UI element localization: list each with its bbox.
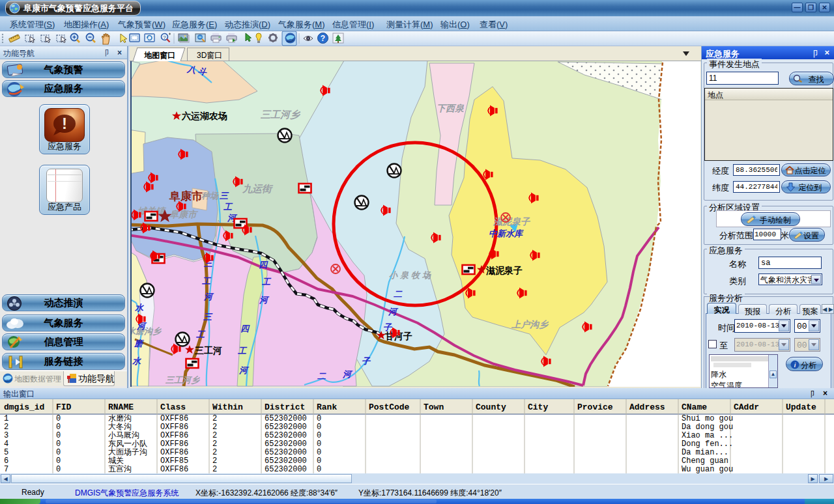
svg-text:水: 水 (132, 356, 141, 366)
svg-text:四: 四 (240, 324, 250, 333)
svg-text:大面场子沟: 大面场子沟 (108, 447, 147, 456)
svg-text:六运湖农场: 六运湖农场 (181, 111, 227, 121)
svg-text:?: ? (321, 34, 325, 43)
svg-text:工: 工 (201, 276, 212, 286)
svg-text:水磨沟: 水磨沟 (108, 413, 132, 423)
svg-text:Cheng guan: Cheng guan (682, 456, 728, 466)
svg-text:阜康市: 阜康市 (169, 209, 199, 219)
svg-text:滋泥泉子: 滋泥泉子 (485, 265, 523, 275)
svg-text:652302000: 652302000 (265, 456, 307, 466)
svg-text:2: 2 (212, 448, 217, 457)
svg-text:0: 0 (317, 456, 321, 466)
svg-text:上户沟乡: 上户沟乡 (511, 319, 549, 329)
svg-text:0: 0 (317, 423, 321, 432)
svg-text:0: 0 (317, 431, 321, 440)
svg-text:三工河乡: 三工河乡 (165, 375, 201, 385)
svg-text:东风一小队: 东风一小队 (108, 439, 147, 448)
svg-text:dmgis_id: dmgis_id (4, 402, 44, 412)
svg-text:0: 0 (317, 440, 321, 449)
svg-text:2: 2 (212, 456, 217, 466)
svg-text:种场: 种场 (201, 191, 219, 201)
svg-text:Town: Town (424, 402, 444, 412)
svg-text:2: 2 (4, 423, 8, 432)
svg-text:OXFF86: OXFF86 (160, 414, 188, 423)
svg-text:小泉牧场: 小泉牧场 (389, 270, 433, 280)
svg-text:County: County (476, 402, 506, 412)
svg-text:0: 0 (56, 456, 61, 466)
svg-text:CAddr: CAddr (734, 402, 759, 412)
svg-text:652302000: 652302000 (265, 414, 307, 423)
svg-text:OXFF85: OXFF85 (160, 456, 188, 466)
svg-text:OXFF86: OXFF86 (160, 423, 188, 432)
svg-text:4: 4 (4, 440, 8, 449)
svg-text:0: 0 (317, 448, 321, 457)
svg-text:下西泉: 下西泉 (437, 103, 465, 113)
svg-text:2: 2 (212, 465, 217, 473)
svg-text:Xiao ma ...: Xiao ma ... (682, 431, 733, 440)
svg-text:?: ? (163, 35, 166, 40)
svg-text:District: District (265, 402, 305, 412)
svg-text:五宫沟: 五宫沟 (108, 464, 132, 473)
svg-text:City: City (528, 402, 548, 412)
svg-text:子: 子 (362, 356, 371, 366)
svg-text:652302000: 652302000 (265, 465, 307, 473)
svg-text:2: 2 (212, 440, 217, 449)
svg-text:1: 1 (4, 414, 8, 423)
svg-text:工: 工 (195, 329, 206, 339)
svg-text:3: 3 (4, 431, 8, 440)
svg-text:滋泥泉子: 滋泥泉子 (493, 216, 531, 227)
svg-text:Da mian...: Da mian... (682, 448, 728, 457)
svg-text:7: 7 (4, 465, 8, 473)
svg-text:Wu guan gou: Wu guan gou (682, 465, 733, 473)
svg-text:0: 0 (56, 440, 61, 449)
svg-text:四: 四 (259, 260, 268, 270)
svg-text:三工河乡: 三工河乡 (260, 109, 301, 120)
svg-text:652302000: 652302000 (265, 423, 307, 432)
svg-text:城关: 城关 (108, 456, 124, 465)
svg-text:Class: Class (160, 402, 186, 412)
svg-text:!: ! (62, 115, 67, 132)
svg-text:Shui mo gou: Shui mo gou (682, 414, 733, 423)
svg-text:阜康市: 阜康市 (169, 189, 203, 203)
svg-text:OXFF86: OXFF86 (160, 440, 188, 449)
svg-text:水磨沟乡: 水磨沟乡 (130, 326, 162, 336)
svg-text:OXFF86: OXFF86 (160, 431, 188, 440)
svg-text:0: 0 (56, 414, 61, 423)
svg-text:水: 水 (134, 303, 144, 313)
svg-text:Update: Update (786, 402, 816, 412)
svg-text:九运街: 九运街 (242, 183, 274, 194)
svg-text:二: 二 (393, 289, 403, 299)
svg-text:OXFF86: OXFF86 (160, 448, 188, 457)
svg-text:Rank: Rank (317, 402, 337, 412)
svg-text:Within: Within (212, 402, 243, 412)
svg-text:工: 工 (237, 346, 248, 356)
svg-text:OXFF86: OXFF86 (160, 465, 188, 473)
svg-text:CName: CName (682, 402, 707, 412)
svg-text:2: 2 (212, 414, 217, 423)
svg-text:RNAME: RNAME (108, 402, 134, 412)
svg-text:0: 0 (56, 465, 61, 473)
svg-text:6: 6 (4, 456, 8, 466)
svg-text:0: 0 (317, 414, 321, 423)
svg-text:二: 二 (317, 371, 326, 381)
svg-text:0: 0 (56, 431, 61, 440)
svg-text:652302000: 652302000 (265, 431, 307, 440)
svg-text:三: 三 (219, 191, 229, 201)
svg-text:大冬沟: 大冬沟 (108, 422, 132, 431)
svg-text:0: 0 (317, 465, 321, 473)
svg-text:PostCode: PostCode (369, 402, 410, 412)
svg-text:Dong fen...: Dong fen... (682, 440, 733, 449)
svg-text:中新水库: 中新水库 (489, 229, 524, 238)
svg-text:0: 0 (56, 448, 61, 457)
svg-text:0: 0 (56, 423, 61, 432)
svg-text:652302000: 652302000 (265, 440, 307, 449)
svg-text:652302000: 652302000 (265, 448, 307, 457)
svg-text:5: 5 (4, 448, 8, 457)
svg-text:FID: FID (56, 402, 72, 412)
svg-text:Provice: Provice (577, 402, 613, 412)
svg-text:Address: Address (629, 402, 665, 412)
svg-text:2: 2 (212, 423, 217, 432)
svg-text:工: 工 (261, 277, 272, 287)
svg-text:三: 三 (203, 312, 213, 322)
svg-text:小马厩沟: 小马厩沟 (108, 430, 139, 440)
